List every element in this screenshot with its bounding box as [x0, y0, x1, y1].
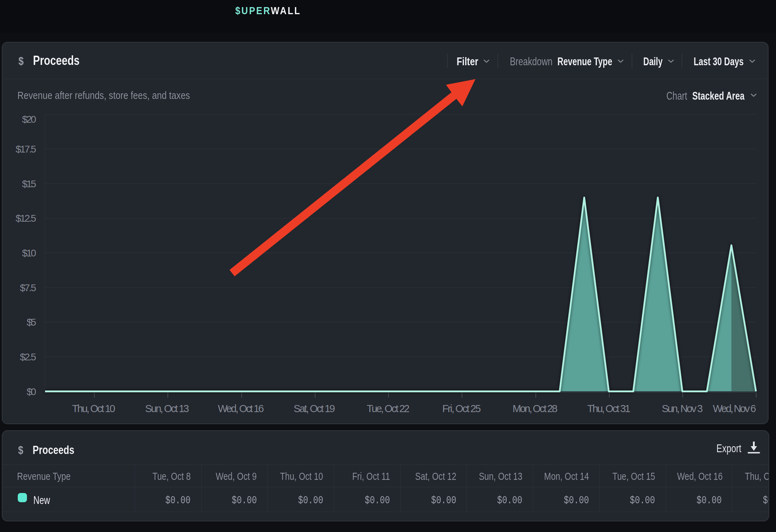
svg-text:$15: $15 — [22, 178, 36, 189]
svg-text:Mon, Oct 28: Mon, Oct 28 — [513, 403, 558, 414]
svg-text:Thu, Oct 31: Thu, Oct 31 — [587, 403, 631, 414]
svg-text:$17.5: $17.5 — [16, 144, 36, 155]
svg-text:$20: $20 — [22, 114, 36, 125]
svg-text:$0: $0 — [27, 386, 36, 397]
svg-text:$10: $10 — [22, 248, 36, 259]
svg-text:$7.5: $7.5 — [20, 282, 36, 293]
svg-text:Sat, Oct 19: Sat, Oct 19 — [294, 403, 335, 414]
svg-text:$2.5: $2.5 — [20, 351, 36, 362]
svg-text:$12.5: $12.5 — [16, 213, 36, 224]
svg-text:$5: $5 — [27, 317, 36, 328]
svg-text:Sun, Nov 3: Sun, Nov 3 — [662, 403, 703, 414]
svg-text:Thu, Oct 10: Thu, Oct 10 — [72, 403, 115, 414]
svg-text:Wed, Nov 6: Wed, Nov 6 — [713, 403, 756, 414]
svg-text:Wed, Oct 16: Wed, Oct 16 — [218, 403, 264, 414]
svg-text:Tue, Oct 22: Tue, Oct 22 — [367, 403, 410, 414]
svg-text:Sun, Oct 13: Sun, Oct 13 — [145, 403, 189, 414]
svg-text:Fri, Oct 25: Fri, Oct 25 — [442, 403, 481, 414]
